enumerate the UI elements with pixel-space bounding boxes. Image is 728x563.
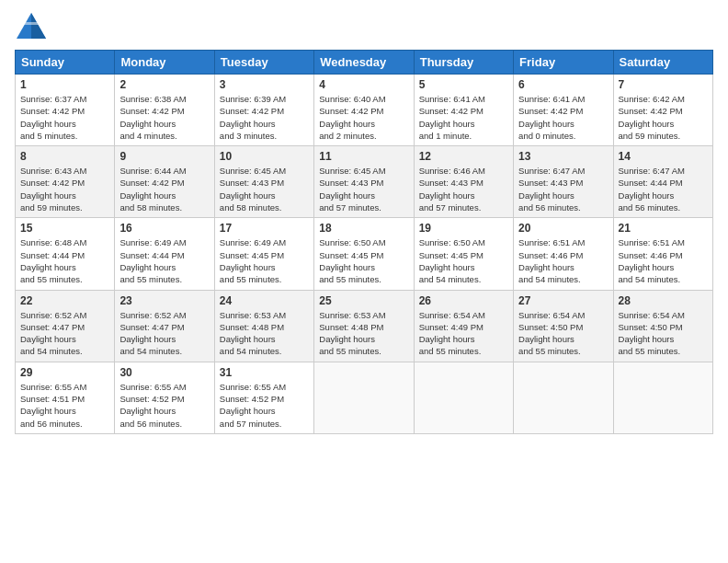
day-info: Sunrise: 6:54 AMSunset: 4:49 PMDaylight … (419, 309, 508, 358)
daylight-value: and 1 minute. (419, 131, 472, 141)
sunset-line: Sunset: 4:44 PM (20, 250, 85, 260)
day-number: 7 (619, 78, 708, 91)
daylight-label: Daylight hours (619, 119, 675, 129)
calendar-cell: 3Sunrise: 6:39 AMSunset: 4:42 PMDaylight… (214, 75, 313, 146)
sunset-line: Sunset: 4:44 PM (619, 178, 683, 188)
daylight-label: Daylight hours (419, 190, 475, 201)
sunrise-line: Sunrise: 6:42 AM (619, 94, 685, 104)
daylight-value: and 58 minutes. (119, 202, 182, 213)
col-header-friday: Friday (514, 51, 613, 75)
day-number: 2 (119, 78, 209, 91)
day-number: 16 (119, 222, 209, 235)
sunset-line: Sunset: 4:42 PM (518, 106, 583, 116)
col-header-monday: Monday (115, 51, 214, 75)
calendar-cell: 18Sunrise: 6:50 AMSunset: 4:45 PMDayligh… (314, 218, 414, 290)
daylight-value: and 55 minutes. (119, 274, 182, 284)
sunset-line: Sunset: 4:51 PM (20, 394, 85, 404)
calendar-cell: 1Sunrise: 6:37 AMSunset: 4:42 PMDaylight… (16, 75, 115, 146)
sunrise-line: Sunrise: 6:43 AM (20, 166, 86, 176)
svg-marker-1 (31, 13, 46, 39)
daylight-label: Daylight hours (419, 334, 475, 344)
day-info: Sunrise: 6:53 AMSunset: 4:48 PMDaylight … (319, 309, 408, 358)
day-info: Sunrise: 6:44 AMSunset: 4:42 PMDaylight … (119, 165, 209, 213)
day-info: Sunrise: 6:55 AMSunset: 4:52 PMDaylight … (220, 381, 309, 430)
sunset-line: Sunset: 4:48 PM (319, 322, 383, 332)
sunset-line: Sunset: 4:47 PM (119, 322, 184, 332)
calendar-cell: 7Sunrise: 6:42 AMSunset: 4:42 PMDaylight… (613, 75, 712, 146)
sunrise-line: Sunrise: 6:49 AM (119, 237, 186, 247)
col-header-saturday: Saturday (613, 51, 712, 75)
daylight-label: Daylight hours (119, 262, 176, 272)
calendar-cell: 10Sunrise: 6:45 AMSunset: 4:43 PMDayligh… (214, 146, 313, 218)
calendar-cell (613, 362, 712, 433)
daylight-label: Daylight hours (220, 262, 276, 272)
sunrise-line: Sunrise: 6:54 AM (619, 310, 685, 320)
sunset-line: Sunset: 4:43 PM (220, 178, 284, 188)
daylight-label: Daylight hours (119, 334, 176, 344)
svg-rect-2 (20, 22, 42, 25)
daylight-value: and 55 minutes. (319, 346, 381, 356)
daylight-value: and 59 minutes. (619, 131, 681, 141)
sunset-line: Sunset: 4:42 PM (20, 106, 85, 116)
calendar-cell: 16Sunrise: 6:49 AMSunset: 4:44 PMDayligh… (115, 218, 214, 290)
sunrise-line: Sunrise: 6:39 AM (220, 94, 286, 104)
daylight-label: Daylight hours (20, 406, 76, 416)
daylight-label: Daylight hours (319, 262, 375, 272)
col-header-wednesday: Wednesday (314, 51, 414, 75)
day-info: Sunrise: 6:54 AMSunset: 4:50 PMDaylight … (619, 309, 708, 358)
logo (15, 9, 50, 42)
sunrise-line: Sunrise: 6:37 AM (20, 94, 86, 104)
day-info: Sunrise: 6:38 AMSunset: 4:42 PMDaylight … (119, 93, 209, 142)
daylight-label: Daylight hours (220, 190, 276, 201)
calendar-cell: 25Sunrise: 6:53 AMSunset: 4:48 PMDayligh… (314, 290, 414, 362)
sunrise-line: Sunrise: 6:54 AM (419, 310, 485, 320)
daylight-label: Daylight hours (220, 334, 276, 344)
day-info: Sunrise: 6:43 AMSunset: 4:42 PMDaylight … (20, 165, 109, 213)
day-number: 23 (119, 294, 209, 307)
sunrise-line: Sunrise: 6:47 AM (619, 166, 685, 176)
day-info: Sunrise: 6:41 AMSunset: 4:42 PMDaylight … (518, 93, 608, 142)
day-number: 8 (20, 150, 109, 163)
day-info: Sunrise: 6:51 AMSunset: 4:46 PMDaylight … (619, 236, 708, 285)
day-info: Sunrise: 6:52 AMSunset: 4:47 PMDaylight … (119, 309, 209, 358)
day-number: 21 (619, 222, 708, 235)
daylight-label: Daylight hours (119, 406, 176, 416)
day-info: Sunrise: 6:45 AMSunset: 4:43 PMDaylight … (220, 165, 309, 213)
sunrise-line: Sunrise: 6:51 AM (619, 237, 685, 247)
day-number: 30 (119, 366, 209, 379)
sunrise-line: Sunrise: 6:52 AM (119, 310, 186, 320)
day-number: 18 (319, 222, 408, 235)
daylight-label: Daylight hours (518, 119, 574, 129)
day-number: 13 (518, 150, 608, 163)
daylight-value: and 54 minutes. (419, 274, 482, 284)
day-number: 25 (319, 294, 408, 307)
daylight-label: Daylight hours (419, 119, 475, 129)
daylight-value: and 57 minutes. (220, 419, 282, 429)
sunset-line: Sunset: 4:50 PM (518, 322, 583, 332)
daylight-value: and 56 minutes. (518, 202, 581, 213)
sunrise-line: Sunrise: 6:46 AM (419, 166, 485, 176)
daylight-value: and 55 minutes. (20, 274, 83, 284)
col-header-thursday: Thursday (414, 51, 513, 75)
day-info: Sunrise: 6:41 AMSunset: 4:42 PMDaylight … (419, 93, 508, 142)
day-info: Sunrise: 6:55 AMSunset: 4:51 PMDaylight … (20, 381, 109, 430)
day-info: Sunrise: 6:37 AMSunset: 4:42 PMDaylight … (20, 93, 109, 142)
day-number: 10 (220, 150, 309, 163)
daylight-value: and 4 minutes. (119, 131, 176, 141)
calendar-cell (414, 362, 513, 433)
calendar-cell: 28Sunrise: 6:54 AMSunset: 4:50 PMDayligh… (613, 290, 712, 362)
day-number: 5 (419, 78, 508, 91)
daylight-value: and 56 minutes. (20, 419, 83, 429)
day-number: 31 (220, 366, 309, 379)
calendar-cell: 26Sunrise: 6:54 AMSunset: 4:49 PMDayligh… (414, 290, 513, 362)
calendar-cell: 6Sunrise: 6:41 AMSunset: 4:42 PMDaylight… (514, 75, 613, 146)
sunrise-line: Sunrise: 6:51 AM (518, 237, 585, 247)
daylight-label: Daylight hours (220, 119, 276, 129)
sunset-line: Sunset: 4:46 PM (619, 250, 683, 260)
day-number: 22 (20, 294, 109, 307)
day-info: Sunrise: 6:53 AMSunset: 4:48 PMDaylight … (220, 309, 309, 358)
day-info: Sunrise: 6:40 AMSunset: 4:42 PMDaylight … (319, 93, 408, 142)
daylight-label: Daylight hours (619, 262, 675, 272)
sunrise-line: Sunrise: 6:50 AM (419, 237, 485, 247)
day-info: Sunrise: 6:49 AMSunset: 4:45 PMDaylight … (220, 236, 309, 285)
